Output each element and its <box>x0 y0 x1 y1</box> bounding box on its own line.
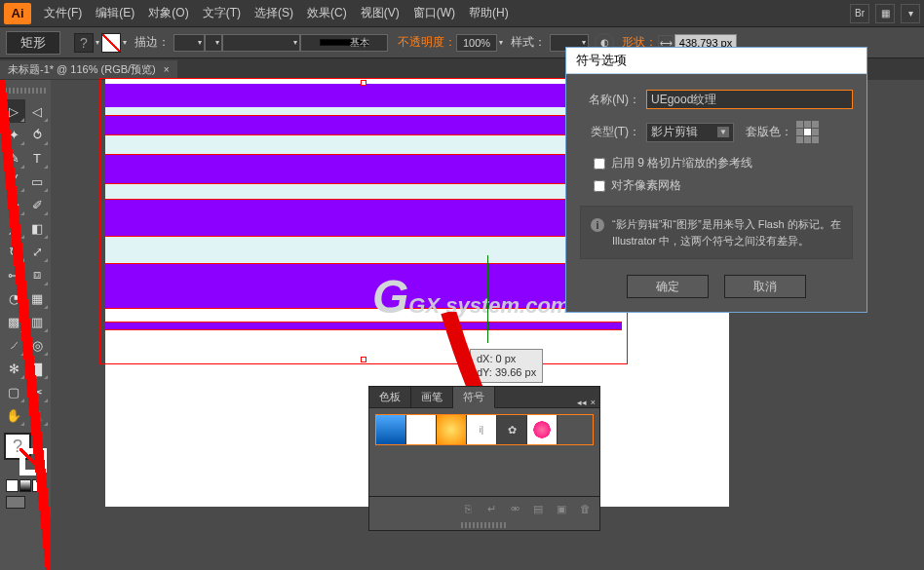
new-symbol-btn[interactable]: ▣ <box>553 501 570 516</box>
nine-slice-label: 启用 9 格切片缩放的参考线 <box>611 155 752 171</box>
panel-close-icon[interactable]: × <box>591 398 596 407</box>
type-label: 类型(T)： <box>580 124 640 140</box>
menu-select[interactable]: 选择(S) <box>248 5 300 21</box>
style-label: 样式： <box>511 34 546 51</box>
menu-object[interactable]: 对象(O) <box>141 5 195 21</box>
brush-preview[interactable]: 基本 <box>300 34 388 52</box>
close-tab-icon[interactable]: × <box>164 64 170 75</box>
measurement-tooltip: dX: 0 px dY: 39.66 px <box>470 349 543 383</box>
arrange-icon[interactable]: ▦ <box>875 4 895 23</box>
app-logo: Ai <box>4 3 31 24</box>
opacity-label: 不透明度： <box>398 34 456 51</box>
symbols-panel: 色板 画笔 符号 ◂◂ × i| ✿ ⎘ <box>368 386 600 531</box>
ok-button[interactable]: 确定 <box>627 275 709 298</box>
name-label: 名称(N)： <box>580 92 640 108</box>
dy-label: dY: 39.66 px <box>477 365 536 379</box>
symbol-thumb-1[interactable] <box>376 415 406 444</box>
menu-type[interactable]: 文字(T) <box>196 5 248 21</box>
delete-symbol-btn[interactable]: 🗑 <box>576 501 594 516</box>
workspace-dropdown[interactable]: ▾ <box>901 4 920 23</box>
none-mode-btn[interactable] <box>32 479 45 492</box>
place-symbol-btn[interactable]: ↵ <box>482 501 500 516</box>
stroke-label: 描边： <box>135 34 170 51</box>
document-tab-title: 未标题-1* @ 116% (RGB/预览) <box>8 62 156 77</box>
symbol-thumb-4[interactable]: i| <box>467 415 497 444</box>
stroke-swatch[interactable] <box>101 33 121 53</box>
swatches-tab[interactable]: 色板 <box>369 387 411 407</box>
nine-slice-checkbox[interactable]: 启用 9 格切片缩放的参考线 <box>594 155 853 171</box>
registration-grid[interactable] <box>796 121 819 143</box>
align-pixel-label: 对齐像素网格 <box>611 177 681 194</box>
info-icon: i <box>591 218 604 232</box>
tool-name-label: 矩形 <box>6 31 60 55</box>
menu-file[interactable]: 文件(F) <box>37 5 89 21</box>
stroke-menu[interactable] <box>205 34 222 52</box>
symbol-thumb-3[interactable] <box>437 415 467 444</box>
symbol-options-dialog: 符号选项 名称(N)： 类型(T)： 影片剪辑 套版色： 启用 9 格切片缩放的… <box>565 47 867 313</box>
symbol-thumb-2[interactable] <box>406 415 437 444</box>
brushes-tab[interactable]: 画笔 <box>411 387 453 407</box>
bridge-icon[interactable]: Br <box>850 4 869 23</box>
dx-label: dX: 0 px <box>477 352 536 365</box>
menu-bar: Ai 文件(F) 编辑(E) 对象(O) 文字(T) 选择(S) 效果(C) 视… <box>0 0 924 27</box>
menu-window[interactable]: 窗口(W) <box>406 5 462 21</box>
registration-label: 套版色： <box>746 124 792 140</box>
panel-resize-grip[interactable] <box>461 522 507 528</box>
cancel-button[interactable]: 取消 <box>724 275 806 298</box>
dialog-title: 符号选项 <box>566 48 866 74</box>
menu-effect[interactable]: 效果(C) <box>300 5 354 21</box>
align-pixel-checkbox[interactable]: 对齐像素网格 <box>594 177 853 194</box>
break-link-btn[interactable]: ⚮ <box>506 501 523 516</box>
symbol-thumb-6[interactable] <box>527 415 558 444</box>
info-text: “影片剪辑”和“图形”是用来导入 Flash 的标记。在 Illustrator… <box>612 216 842 248</box>
panel-collapse-icon[interactable]: ◂◂ <box>577 398 587 407</box>
menu-edit[interactable]: 编辑(E) <box>89 5 141 21</box>
fill-swatch[interactable]: ? <box>74 33 94 53</box>
symbol-options-btn[interactable]: ▤ <box>529 501 547 516</box>
selected-artwork[interactable] <box>105 84 622 359</box>
menu-help[interactable]: 帮助(H) <box>462 5 516 21</box>
symbols-tab[interactable]: 符号 <box>453 387 495 408</box>
stroke-weight-dropdown[interactable] <box>173 34 205 52</box>
toolbox: ▷ ◁ ✦ ⥀ ✎ T ╱ ▭ ✏ ✐ ◢ ◧ ↻ ⤢ ⊶ ⧈ ◔ ▦ ▩ ▥ … <box>0 80 51 570</box>
var-width-dropdown[interactable] <box>222 34 300 52</box>
name-input[interactable] <box>646 90 853 109</box>
document-tab[interactable]: 未标题-1* @ 116% (RGB/预览) × <box>0 60 177 79</box>
symbol-library-btn[interactable]: ⎘ <box>459 501 477 516</box>
type-dropdown[interactable]: 影片剪辑 <box>646 123 734 142</box>
opacity-input[interactable] <box>456 34 497 52</box>
symbol-thumb-5[interactable]: ✿ <box>497 415 527 444</box>
menu-view[interactable]: 视图(V) <box>354 5 406 21</box>
